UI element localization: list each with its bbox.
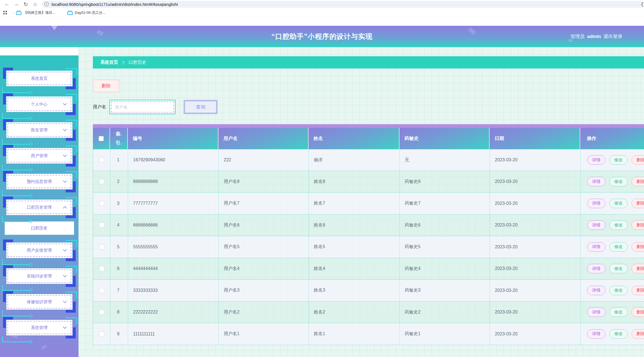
- delete-row-button[interactable]: 删除: [632, 264, 644, 273]
- delete-row-button[interactable]: 删除: [632, 242, 644, 252]
- table-header-row: 索.引.编号用户名姓名药敏史日期操作: [93, 128, 644, 149]
- breadcrumb-current: 口腔历史: [129, 60, 146, 65]
- row-checkbox[interactable]: [99, 310, 104, 315]
- detail-button[interactable]: 详情: [587, 264, 605, 273]
- cell-number: 5555555555: [128, 236, 219, 258]
- detail-button[interactable]: 详情: [587, 220, 605, 230]
- query-button[interactable]: 查询: [184, 100, 217, 114]
- delete-row-button[interactable]: 删除: [632, 199, 644, 208]
- row-checkbox[interactable]: [99, 266, 104, 271]
- row-checkbox[interactable]: [99, 244, 104, 249]
- sidebar-item-系统首页[interactable]: 系统首页: [6, 71, 72, 86]
- row-checkbox[interactable]: [99, 288, 104, 293]
- username-search-input[interactable]: [111, 101, 174, 113]
- sidebar-item-系统管理[interactable]: 系统管理: [6, 320, 72, 335]
- browser-toolbar: ← → ↻ ⌂ i localhost:8080/springboot1171u…: [0, 0, 644, 8]
- detail-button[interactable]: 详情: [587, 286, 605, 295]
- edit-button[interactable]: 修改: [609, 220, 628, 230]
- column-header-index: 索.引.: [110, 128, 128, 149]
- frame-corner: [3, 291, 13, 302]
- delete-row-button[interactable]: 删除: [632, 155, 644, 165]
- frame-corner: [3, 317, 13, 328]
- select-all-checkbox[interactable]: [99, 136, 104, 141]
- cell-operations: 详情修改删除: [581, 258, 644, 280]
- delete-row-button[interactable]: 删除: [632, 286, 644, 295]
- back-icon[interactable]: ←: [2, 1, 12, 7]
- sidebar-item-医生管理[interactable]: 医生管理: [6, 122, 72, 138]
- cell-name: 姓名8: [309, 171, 400, 193]
- frame-corner: [66, 78, 76, 89]
- sidebar-item-在线问诊管理[interactable]: 在线问诊管理: [6, 268, 72, 284]
- edit-button[interactable]: 修改: [609, 329, 628, 339]
- user-role-label: 管理员: [571, 33, 585, 40]
- cell-operations: 详情修改删除: [581, 149, 644, 171]
- delete-row-button[interactable]: 删除: [632, 329, 644, 339]
- cell-date: 2023-03-20: [490, 258, 581, 280]
- confetti-decoration: [41, 345, 47, 350]
- row-checkbox[interactable]: [99, 179, 104, 184]
- screen: ← → ↻ ⌂ i localhost:8080/springboot1171u…: [0, 0, 644, 357]
- bookmark-label: Day02-09-员工分...: [75, 10, 106, 15]
- cell-date: 2023-03-20: [490, 149, 581, 171]
- bookmark-item-1[interactable]: 【码神之路】项目...: [16, 10, 55, 15]
- chevron-down-icon: [63, 249, 67, 251]
- frame-corner: [65, 266, 77, 273]
- table-row: 91111111111用户名1姓名1药敏史12023-03-20详情修改删除: [93, 323, 644, 345]
- header-checkbox-cell: [93, 128, 110, 149]
- delete-button[interactable]: 删除: [93, 80, 119, 92]
- search-label: 用户名: [93, 104, 106, 110]
- detail-button[interactable]: 详情: [587, 329, 605, 339]
- chevron-down-icon: [63, 327, 67, 329]
- circuit-decoration: [2, 165, 30, 170]
- edit-button[interactable]: 修改: [609, 199, 628, 208]
- sidebar-item-个人中心[interactable]: 个人中心: [6, 96, 72, 112]
- cell-index: 8: [110, 302, 128, 323]
- sidebar-subitem-口腔历史[interactable]: 口腔历史: [5, 221, 74, 235]
- detail-button[interactable]: 详情: [587, 242, 605, 252]
- sidebar-item-预约信息管理[interactable]: 预约信息管理: [6, 174, 72, 189]
- cell-date: 2023-03-20: [490, 171, 581, 193]
- logout-link[interactable]: 退出登录: [604, 33, 622, 40]
- row-checkbox[interactable]: [99, 332, 104, 336]
- edit-button[interactable]: 修改: [609, 264, 628, 273]
- cell-operations: 详情修改删除: [581, 236, 644, 258]
- circuit-decoration: [2, 285, 30, 291]
- delete-row-button[interactable]: 删除: [632, 177, 644, 186]
- delete-row-button[interactable]: 删除: [632, 307, 644, 317]
- row-checkbox[interactable]: [99, 223, 104, 228]
- info-icon[interactable]: i: [44, 2, 49, 6]
- forward-icon[interactable]: →: [12, 1, 21, 7]
- frame-corner: [66, 302, 76, 313]
- sidebar-item-用户管理[interactable]: 用户管理: [6, 148, 72, 164]
- row-checkbox[interactable]: [99, 201, 104, 206]
- sidebar-item-口腔历史管理[interactable]: 口腔历史管理: [6, 200, 72, 215]
- detail-button[interactable]: 详情: [587, 199, 605, 208]
- bookmark-item-2[interactable]: Day02-09-员工分...: [67, 10, 106, 15]
- home-icon[interactable]: ⌂: [30, 1, 40, 7]
- bookmarks-bar: 【码神之路】项目... Day02-09-员工分...: [0, 8, 644, 17]
- refresh-icon[interactable]: ↻: [21, 1, 30, 7]
- sidebar-item-用户反馈管理[interactable]: 用户反馈管理: [6, 243, 72, 258]
- breadcrumb-home[interactable]: 系统首页: [100, 60, 118, 65]
- edit-button[interactable]: 修改: [609, 286, 628, 295]
- detail-button[interactable]: 详情: [587, 307, 605, 317]
- detail-button[interactable]: 详情: [587, 177, 605, 186]
- detail-button[interactable]: 详情: [587, 155, 605, 165]
- sidebar-item-保健知识管理[interactable]: 保健知识管理: [6, 294, 72, 310]
- edit-button[interactable]: 修改: [609, 177, 628, 186]
- cell-allergy-history: 药敏史7: [400, 193, 490, 214]
- row-checkbox-cell: [93, 258, 110, 280]
- url-bar-right-icon[interactable]: [642, 2, 644, 7]
- apps-grid-icon[interactable]: [3, 11, 7, 15]
- edit-button[interactable]: 修改: [609, 307, 628, 317]
- confetti-decoration: [51, 26, 57, 30]
- username-search-field: [110, 100, 175, 114]
- row-checkbox[interactable]: [99, 157, 104, 162]
- edit-button[interactable]: 修改: [609, 242, 628, 252]
- confetti-decoration: [468, 27, 476, 35]
- edit-button[interactable]: 修改: [609, 155, 628, 165]
- url-bar[interactable]: i localhost:8080/springboot1171u/admin/d…: [42, 1, 644, 8]
- delete-row-button[interactable]: 删除: [632, 220, 644, 230]
- bookmark-label: 【码神之路】项目...: [24, 10, 55, 15]
- search-row: 用户名 查询: [93, 100, 644, 114]
